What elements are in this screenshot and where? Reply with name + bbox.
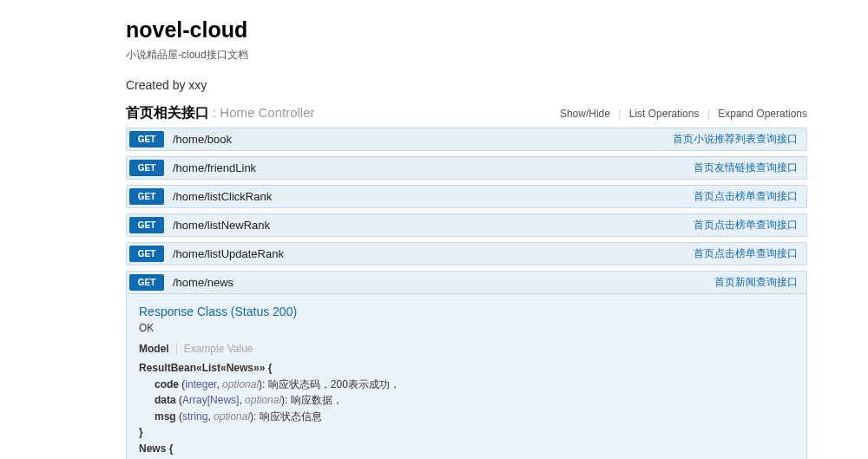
response-status-text: OK — [139, 322, 794, 334]
controller-title[interactable]: 首页相关接口 : Home Controller — [126, 104, 315, 122]
created-by: Created by xxy — [126, 78, 807, 92]
show-hide-link[interactable]: Show/Hide — [560, 108, 610, 120]
expand-operations-link[interactable]: Expand Operations — [718, 108, 807, 120]
endpoint-detail-panel: Response Class (Status 200) OK Model Exa… — [126, 294, 807, 459]
http-method-badge: GET — [129, 217, 164, 233]
separator — [176, 344, 177, 354]
endpoint-path: /home/friendLink — [173, 161, 256, 174]
http-method-badge: GET — [129, 188, 164, 205]
endpoint-description: 首页新闻查询接口 — [714, 275, 798, 290]
endpoint-path: /home/listUpdateRank — [173, 247, 284, 260]
model-schema: ResultBean«List«News»» { code (integer, … — [139, 360, 794, 459]
controller-operations: Show/Hide | List Operations | Expand Ope… — [560, 108, 807, 120]
list-operations-link[interactable]: List Operations — [629, 108, 700, 120]
endpoint-path: /home/news — [173, 276, 233, 289]
endpoint-path: /home/listClickRank — [173, 190, 272, 203]
response-class-title: Response Class (Status 200) — [139, 305, 794, 318]
endpoint-description: 首页点击榜单查询接口 — [694, 189, 798, 204]
controller-title-main: 首页相关接口 — [126, 104, 209, 122]
endpoint-path: /home/listNewRank — [173, 219, 270, 232]
endpoint-row[interactable]: GET /home/listUpdateRank 首页点击榜单查询接口 — [126, 242, 807, 266]
endpoint-description: 首页小说推荐列表查询接口 — [673, 132, 798, 147]
endpoint-row[interactable]: GET /home/news 首页新闻查询接口 — [126, 271, 807, 294]
endpoint-path: /home/book — [173, 133, 232, 146]
endpoint-description: 首页友情链接查询接口 — [694, 161, 798, 175]
endpoint-description: 首页点击榜单查询接口 — [694, 246, 798, 261]
http-method-badge: GET — [129, 274, 164, 291]
separator: | — [707, 108, 710, 120]
endpoint-list: GET /home/book 首页小说推荐列表查询接口 GET /home/fr… — [126, 128, 807, 459]
tab-model[interactable]: Model — [139, 343, 169, 355]
http-method-badge: GET — [129, 131, 164, 148]
controller-title-sub: : Home Controller — [213, 105, 315, 120]
endpoint-row[interactable]: GET /home/listClickRank 首页点击榜单查询接口 — [126, 185, 807, 208]
http-method-badge: GET — [129, 246, 164, 262]
endpoint-row[interactable]: GET /home/listNewRank 首页点击榜单查询接口 — [126, 213, 807, 237]
endpoint-description: 首页点击榜单查询接口 — [694, 218, 798, 233]
separator: | — [618, 108, 621, 120]
app-subtitle: 小说精品屋-cloud接口文档 — [126, 48, 807, 62]
endpoint-row[interactable]: GET /home/book 首页小说推荐列表查询接口 — [126, 128, 807, 151]
http-method-badge: GET — [129, 160, 164, 176]
tab-example-value[interactable]: Example Value — [184, 343, 253, 355]
endpoint-row[interactable]: GET /home/friendLink 首页友情链接查询接口 — [126, 156, 807, 180]
app-title: novel-cloud — [126, 17, 807, 43]
